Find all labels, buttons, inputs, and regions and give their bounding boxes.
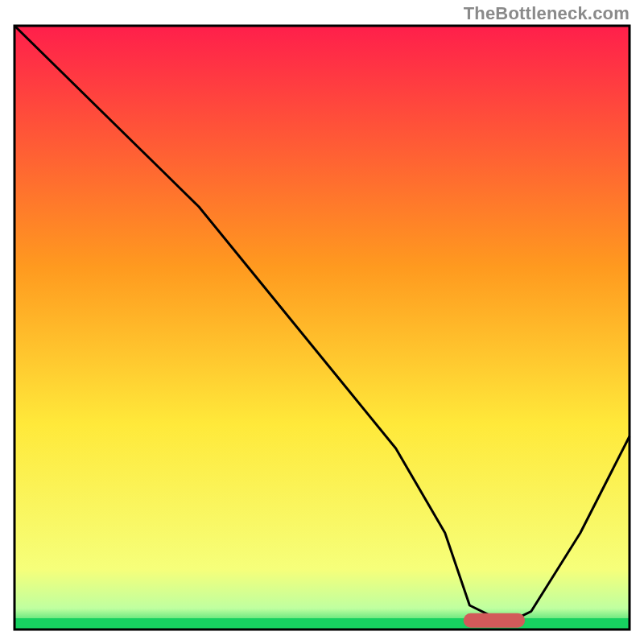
green-band bbox=[14, 618, 630, 630]
chart-container: TheBottleneck.com bbox=[0, 0, 644, 644]
watermark-text: TheBottleneck.com bbox=[464, 3, 630, 24]
optimal-range-marker bbox=[464, 613, 525, 628]
bottleneck-curve-plot bbox=[0, 0, 644, 644]
